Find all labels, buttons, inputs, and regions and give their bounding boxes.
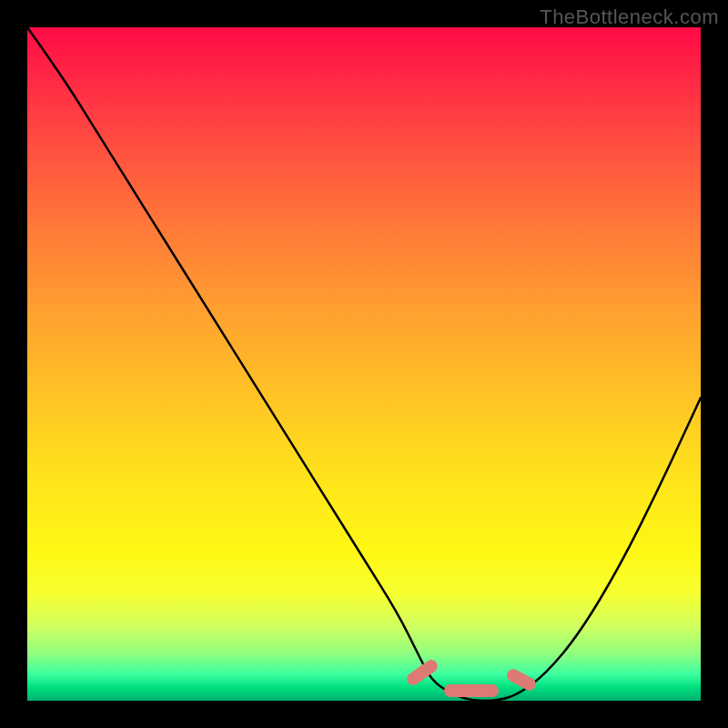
bottleneck-curve [27, 27, 701, 701]
chart-plot-area [27, 27, 701, 701]
attribution-text: TheBottleneck.com [540, 5, 719, 29]
optimal-marker-mid [444, 684, 499, 697]
